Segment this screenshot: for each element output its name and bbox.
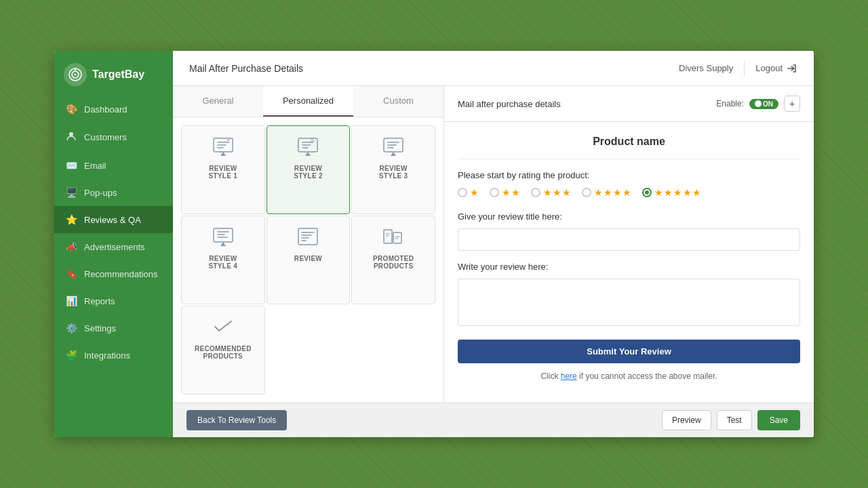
star: ★: [553, 187, 561, 198]
star: ★: [613, 187, 622, 198]
rating-option-1[interactable]: ★: [458, 187, 479, 198]
star: ★: [623, 187, 631, 198]
style-card-review[interactable]: REVIEW: [267, 216, 351, 304]
star: ★: [562, 187, 571, 198]
sidebar-item-recommendations[interactable]: 🔖 Recommendations: [54, 260, 173, 287]
settings-icon: ⚙️: [65, 323, 77, 333]
review-title-input[interactable]: [458, 228, 800, 251]
review-textarea[interactable]: [458, 279, 800, 326]
sidebar-item-advertisements[interactable]: 📣 Advertisements: [54, 233, 173, 260]
popups-icon: 🖥️: [65, 187, 77, 198]
promoted-icon: [382, 227, 404, 249]
sidebar-item-dashboard[interactable]: 🎨 Dashboard: [54, 96, 173, 123]
integrations-icon: 🧩: [65, 350, 77, 361]
style-card-2[interactable]: REVIEWSTYLE 2: [267, 125, 351, 214]
tab-general[interactable]: General: [173, 86, 263, 117]
rating-radio-4: [582, 188, 591, 197]
svg-rect-12: [214, 228, 233, 242]
sidebar: TargetBay 🎨 Dashboard Customers ✉️ Email: [54, 51, 173, 437]
rating-radio-3: [531, 188, 540, 197]
sidebar-item-integrations[interactable]: 🧩 Integrations: [54, 342, 173, 369]
star: ★: [692, 187, 701, 198]
star: ★: [654, 187, 663, 198]
stars-2: ★ ★: [502, 187, 520, 198]
promoted-label: PROMOTEDPRODUCTS: [373, 255, 414, 270]
sidebar-label-integrations: Integrations: [84, 350, 130, 361]
logout-label: Logout: [755, 63, 783, 73]
svg-rect-16: [393, 232, 401, 243]
sidebar-item-reviews[interactable]: ⭐ Reviews & QA: [54, 206, 173, 233]
svg-point-4: [69, 132, 73, 136]
content-area: General Personalized Custom: [173, 86, 814, 403]
sidebar-logo: TargetBay: [54, 51, 173, 96]
toggle-circle: [755, 100, 762, 107]
sidebar-item-reports[interactable]: 📊 Reports: [54, 287, 173, 314]
star: ★: [543, 187, 552, 198]
style4-icon: [212, 227, 234, 249]
style-card-recommended[interactable]: RECOMMENDEDPRODUCTS: [181, 306, 265, 394]
recommended-icon: [212, 317, 234, 340]
svg-marker-11: [391, 152, 396, 156]
sidebar-item-customers[interactable]: Customers: [54, 123, 173, 152]
header-title: Mail After Purchase Details: [189, 63, 303, 74]
sidebar-label-customers: Customers: [84, 132, 127, 142]
toggle-status: ON: [763, 100, 773, 108]
header: Mail After Purchase Details Divers Suppl…: [173, 51, 814, 86]
panel-title: Mail after purchase details: [458, 99, 561, 109]
rating-option-5[interactable]: ★ ★ ★ ★ ★: [642, 187, 701, 198]
enable-row: Enable: ON +: [716, 96, 800, 112]
review-label: Write your review here:: [458, 262, 800, 272]
style-card-1[interactable]: REVIEWSTYLE 1: [181, 125, 265, 214]
sidebar-label-reports: Reports: [84, 296, 115, 306]
style1-icon: [212, 137, 234, 159]
tab-custom[interactable]: Custom: [353, 86, 443, 117]
save-button[interactable]: Save: [757, 410, 800, 430]
sidebar-item-popups[interactable]: 🖥️ Pop-ups: [54, 179, 173, 206]
recommendations-icon: 🔖: [65, 268, 77, 279]
stars-4: ★ ★ ★ ★: [594, 187, 631, 198]
rating-radio-2: [490, 188, 499, 197]
style-card-promoted[interactable]: PROMOTEDPRODUCTS: [351, 216, 435, 304]
advertisements-icon: 📣: [65, 241, 77, 252]
stars-3: ★ ★ ★: [543, 187, 571, 198]
company-name: Divers Supply: [679, 63, 733, 73]
style-card-4[interactable]: REVIEWSTYLE 4: [181, 216, 265, 304]
main-content: Mail After Purchase Details Divers Suppl…: [173, 51, 814, 437]
customers-icon: [65, 131, 77, 144]
sidebar-item-settings[interactable]: ⚙️ Settings: [54, 314, 173, 342]
logout-button[interactable]: Logout: [755, 63, 797, 74]
sidebar-label-email: Email: [84, 161, 106, 171]
dashboard-icon: 🎨: [65, 104, 77, 115]
rating-option-4[interactable]: ★ ★ ★ ★: [582, 187, 631, 198]
reports-icon: 📊: [65, 296, 77, 306]
recommended-label: RECOMMENDEDPRODUCTS: [195, 345, 252, 360]
preview-button[interactable]: Preview: [662, 410, 711, 430]
svg-marker-9: [305, 152, 311, 156]
test-button[interactable]: Test: [717, 410, 752, 430]
rating-option-3[interactable]: ★ ★ ★: [531, 187, 571, 198]
tab-personalized[interactable]: Personalized: [263, 86, 353, 117]
svg-marker-13: [220, 242, 226, 246]
sidebar-label-advertisements: Advertisements: [84, 242, 145, 252]
style-card-3[interactable]: REVIEWSTYLE 3: [351, 125, 435, 214]
submit-review-button[interactable]: Submit Your Review: [458, 340, 800, 363]
sidebar-item-email[interactable]: ✉️ Email: [54, 152, 173, 179]
star: ★: [664, 187, 673, 198]
toggle-switch[interactable]: ON: [749, 99, 778, 109]
add-button[interactable]: +: [784, 96, 800, 112]
star: ★: [683, 187, 692, 198]
style4-label: REVIEWSTYLE 4: [208, 255, 237, 270]
logout-icon: [787, 63, 797, 74]
back-to-review-tools-button[interactable]: Back To Review Tools: [186, 410, 287, 430]
stars-5: ★ ★ ★ ★ ★: [654, 187, 701, 198]
rating-option-2[interactable]: ★ ★: [490, 187, 520, 198]
svg-marker-6: [220, 152, 226, 156]
email-icon: ✉️: [65, 160, 77, 171]
helper-link[interactable]: here: [561, 371, 577, 381]
star: ★: [502, 187, 511, 198]
star: ★: [673, 187, 682, 198]
svg-rect-14: [298, 228, 317, 245]
styles-grid: REVIEWSTYLE 1 REVIEWSTYLE 2: [173, 117, 443, 403]
reviews-icon: ⭐: [65, 214, 77, 225]
right-panel-header: Mail after purchase details Enable: ON +: [444, 86, 814, 122]
